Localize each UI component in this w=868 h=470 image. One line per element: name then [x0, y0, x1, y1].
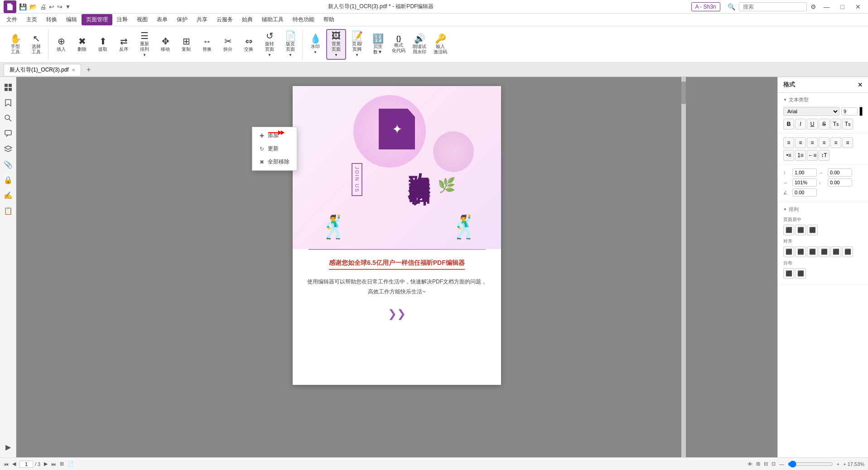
- page-size-button[interactable]: 📄 版页页面 ▼: [280, 29, 300, 60]
- redo-icon[interactable]: ↪: [57, 3, 63, 10]
- menu-assist[interactable]: 辅助工具: [257, 14, 288, 25]
- fit-page-button[interactable]: ⊡: [772, 461, 776, 467]
- menu-help[interactable]: 帮助: [319, 14, 339, 25]
- menu-features[interactable]: 特色功能: [288, 14, 319, 25]
- sidebar-signature-button[interactable]: ✍: [1, 188, 15, 202]
- sidebar-search-button[interactable]: [1, 111, 15, 125]
- page-number-input[interactable]: [19, 460, 33, 468]
- quick-save-icon[interactable]: 💾: [19, 3, 27, 10]
- extract-button[interactable]: ⬆ 提取: [93, 29, 113, 60]
- last-page-button[interactable]: ⏭: [51, 461, 56, 467]
- swap-button[interactable]: ⇔ 交换: [239, 29, 259, 60]
- dropdown-update-item[interactable]: ↻ 更新: [252, 142, 297, 155]
- scale-input[interactable]: [792, 178, 817, 187]
- center-vertical-button[interactable]: ⬛: [795, 225, 806, 235]
- sidebar-attach-button[interactable]: 📎: [1, 158, 15, 171]
- baseline-input[interactable]: [828, 178, 852, 187]
- view-mode-button[interactable]: ⊞: [756, 461, 760, 467]
- page-org-icon[interactable]: 📄: [68, 461, 74, 467]
- font-size-input[interactable]: [841, 107, 858, 115]
- align-justify-button[interactable]: ≡: [819, 137, 829, 148]
- distribute-v-button[interactable]: ⬛: [795, 268, 806, 279]
- sidebar-layers-button[interactable]: [1, 142, 15, 156]
- list-number-button[interactable]: 1≡: [795, 150, 806, 161]
- sidebar-expand-button[interactable]: ▶: [1, 440, 15, 454]
- tab-add-button[interactable]: +: [83, 64, 95, 76]
- sidebar-form-button[interactable]: 📋: [1, 204, 15, 217]
- select-tool-button[interactable]: ↖ 选择工具: [26, 29, 46, 60]
- font-color-picker[interactable]: [859, 107, 863, 116]
- obj-align-left-button[interactable]: ⬛: [783, 246, 794, 257]
- center-horizontal-button[interactable]: ⬛: [783, 225, 794, 235]
- menu-page-manage[interactable]: 页面管理: [82, 14, 112, 25]
- more-icon[interactable]: ▼: [65, 4, 71, 10]
- align-center-button[interactable]: ≡: [795, 137, 806, 148]
- close-button[interactable]: ✕: [852, 2, 864, 11]
- menu-file[interactable]: 文件: [2, 14, 22, 25]
- delete-button[interactable]: ✖ 删除: [72, 29, 92, 60]
- angle-input[interactable]: [792, 188, 817, 197]
- center-both-button[interactable]: ⬛: [807, 225, 818, 235]
- quick-open-icon[interactable]: 📂: [29, 3, 37, 10]
- distribute-h-button[interactable]: ⬛: [783, 268, 794, 279]
- obj-align-middle-button[interactable]: ⬛: [830, 246, 841, 257]
- bates-button[interactable]: 🔢 贝茨数▼: [368, 29, 388, 60]
- move-button[interactable]: ✥ 移动: [155, 29, 175, 60]
- menu-home[interactable]: 主页: [22, 14, 42, 25]
- zoom-out-button[interactable]: 👁: [747, 461, 752, 467]
- reverse-button[interactable]: ⇄ 反序: [114, 29, 134, 60]
- fit-width-button[interactable]: ⊟: [764, 461, 768, 467]
- insert-button[interactable]: ⊕ 插入: [51, 29, 71, 60]
- prev-page-button[interactable]: ◀: [12, 461, 16, 467]
- menu-form[interactable]: 表单: [152, 14, 172, 25]
- menu-protect[interactable]: 保护: [172, 14, 192, 25]
- subscript-button[interactable]: Ts: [842, 119, 853, 129]
- align-left-button[interactable]: ≡: [783, 137, 794, 148]
- rotate-button[interactable]: ↺ 旋转页面 ▼: [260, 29, 280, 60]
- obj-align-right-button[interactable]: ⬛: [807, 246, 818, 257]
- dropdown-add-item[interactable]: ✚ 添加: [252, 129, 297, 142]
- tab-document[interactable]: 新人引导(1)_OCR(3).pdf ✕: [4, 64, 81, 76]
- sidebar-security-button[interactable]: 🔒: [1, 173, 15, 187]
- indent-decrease-button[interactable]: ←≡: [807, 150, 818, 161]
- scroll-thumb[interactable]: [681, 82, 686, 104]
- zoom-in-button[interactable]: —: [779, 461, 784, 467]
- menu-convert[interactable]: 转换: [42, 14, 62, 25]
- sidebar-comment-button[interactable]: [1, 127, 15, 140]
- line-spacing-input[interactable]: [792, 168, 817, 177]
- sidebar-thumbnail-button[interactable]: [1, 81, 15, 94]
- maximize-button[interactable]: □: [837, 2, 848, 11]
- zoom-in-plus-button[interactable]: +: [837, 461, 839, 467]
- zoom-slider[interactable]: [788, 460, 833, 468]
- search-input[interactable]: [739, 2, 807, 11]
- char-spacing-input[interactable]: [828, 168, 852, 177]
- superscript-button[interactable]: Ts: [830, 119, 841, 129]
- align-bottom-button[interactable]: ≡: [842, 137, 853, 148]
- next-page-button[interactable]: ▶: [44, 461, 48, 467]
- copy-button[interactable]: ⊞ 复制: [176, 29, 196, 60]
- first-page-icon2[interactable]: ⊞: [60, 461, 64, 467]
- obj-align-bottom-button[interactable]: ⬛: [842, 246, 853, 257]
- sidebar-bookmark-button[interactable]: [1, 96, 15, 110]
- reorder-button[interactable]: ☰ 重新排列 ▼: [135, 29, 154, 60]
- font-family-select[interactable]: Arial Times New Roman: [783, 107, 839, 116]
- minimize-button[interactable]: —: [820, 2, 834, 11]
- settings-icon[interactable]: ⚙: [810, 3, 816, 10]
- read-watermark-button[interactable]: 🔊 朗读试用水印: [410, 29, 429, 60]
- italic-button[interactable]: I: [795, 119, 806, 129]
- watermark-button[interactable]: 💧 水印 ▼: [305, 29, 325, 60]
- first-page-button[interactable]: ⏮: [4, 461, 9, 467]
- list-bullet-button[interactable]: •≡: [783, 150, 794, 161]
- split-button[interactable]: ✂ 拆分: [218, 29, 238, 60]
- obj-align-top-button[interactable]: ⬛: [819, 246, 829, 257]
- menu-share[interactable]: 共享: [192, 14, 212, 25]
- user-info[interactable]: A - Sh3n: [691, 2, 720, 11]
- undo-icon[interactable]: ↩: [49, 3, 54, 10]
- header-footer-button[interactable]: 📝 页眉/页脚 ▼: [347, 29, 367, 60]
- menu-classic[interactable]: 始典: [237, 14, 257, 25]
- menu-edit[interactable]: 编辑: [62, 14, 82, 25]
- format-code-button[interactable]: {} 格式化代码: [389, 29, 409, 60]
- align-top-button[interactable]: ≡: [830, 137, 841, 148]
- menu-view[interactable]: 视图: [132, 14, 152, 25]
- menu-cloud[interactable]: 云服务: [212, 14, 237, 25]
